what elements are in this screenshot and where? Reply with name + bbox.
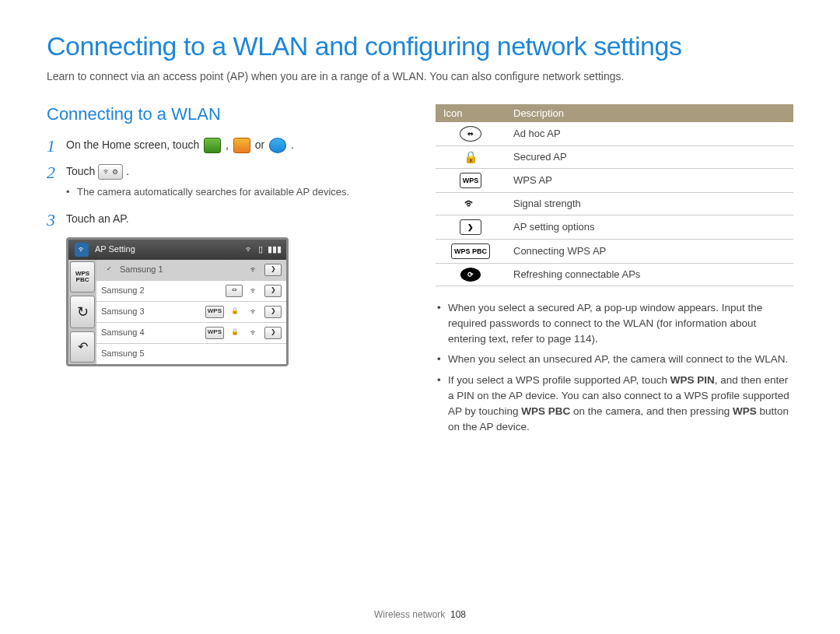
- table-row: ❯AP setting options: [436, 215, 793, 239]
- ap-row[interactable]: Samsung 3WPS🔒ᯤ❯: [96, 302, 286, 323]
- ap-setting-screenshot: ᯤ AP Setting ᯤ ▯ ▮▮▮ WPS PBC ↻ ↶: [66, 237, 289, 366]
- wifi-icon: ᯤ: [460, 197, 481, 211]
- notes-list: When you select a secured AP, a pop-up w…: [436, 300, 793, 436]
- note-3-wpspin: WPS PIN: [670, 374, 715, 386]
- check-icon: ✓: [101, 264, 117, 275]
- note-1: When you select a secured AP, a pop-up w…: [436, 300, 793, 348]
- step-1-text-a: On the Home screen, touch: [66, 138, 202, 151]
- ap-name: Samsung 1: [120, 263, 243, 277]
- arrow-icon[interactable]: ❯: [264, 285, 282, 297]
- home-icon-2: [233, 138, 250, 153]
- status-sd-icon: ▯: [258, 243, 263, 257]
- table-desc: Secured AP: [506, 145, 793, 168]
- wifi-icon: ᯤ: [246, 328, 261, 338]
- adhoc-icon: ⇔: [226, 285, 243, 297]
- arrow-icon[interactable]: ❯: [264, 264, 282, 276]
- table-desc: Signal strength: [506, 192, 793, 215]
- wps-icon: WPS: [205, 327, 224, 339]
- arrow-icon[interactable]: ❯: [264, 327, 282, 339]
- ap-setting-header: ᯤ AP Setting ᯤ ▯ ▮▮▮: [68, 240, 286, 260]
- status-battery-icon: ▮▮▮: [268, 243, 282, 257]
- table-row: WPS PBCConnecting WPS AP: [436, 239, 793, 263]
- ap-name: Samsung 2: [101, 284, 222, 298]
- step-2-sub: The camera automatically searches for av…: [66, 184, 404, 201]
- table-row: ⇔Ad hoc AP: [436, 122, 793, 146]
- icon-description-table: Icon Description ⇔Ad hoc AP🔒Secured APWP…: [436, 104, 793, 286]
- table-header-icon: Icon: [436, 104, 506, 122]
- lock-icon: 🔒: [227, 306, 243, 317]
- adhoc-icon: ⇔: [460, 126, 481, 142]
- wifi-icon: ᯤ: [246, 285, 261, 296]
- lock-icon: 🔒: [460, 150, 481, 164]
- home-icon-1: [204, 138, 221, 153]
- ap-name: Samsung 4: [101, 326, 202, 340]
- step-2-text-b: .: [126, 165, 129, 177]
- page-intro: Learn to connect via an access point (AP…: [47, 69, 793, 85]
- table-row: ⟳Refreshing connectable APs: [436, 263, 793, 285]
- ap-setting-title: AP Setting: [95, 243, 135, 257]
- step-2-text-a: Touch: [66, 165, 98, 177]
- settings-icon: ᯤ ⚙: [98, 164, 123, 180]
- ap-row[interactable]: Samsung 2⇔ᯤ❯: [96, 281, 286, 302]
- arrow-icon: ❯: [460, 219, 481, 235]
- lock-icon: 🔒: [227, 328, 243, 338]
- section-heading: Connecting to a WLAN: [47, 104, 404, 124]
- note-2: When you select an unsecured AP, the cam…: [436, 352, 793, 367]
- note-3: If you select a WPS profile supported AP…: [436, 373, 793, 436]
- table-desc: Connecting WPS AP: [506, 239, 793, 263]
- footer-page-number: 108: [450, 609, 466, 620]
- step-1-text-d: .: [291, 138, 294, 151]
- arrow-icon[interactable]: ❯: [264, 306, 282, 318]
- table-desc: WPS AP: [506, 168, 793, 192]
- home-icon-3: [269, 138, 286, 153]
- ap-row[interactable]: Samsung 5: [96, 344, 286, 364]
- step-1-text-b: ,: [226, 138, 232, 151]
- refresh-icon: ⟳: [460, 268, 481, 282]
- ap-list: ✓Samsung 1ᯤ❯Samsung 2⇔ᯤ❯Samsung 3WPS🔒ᯤ❯S…: [96, 260, 286, 364]
- icon-table-body: ⇔Ad hoc AP🔒Secured APWPSWPS APᯤSignal st…: [436, 122, 793, 286]
- gear-icon: ⚙: [112, 166, 118, 177]
- note-3e: on the camera, and then pressing: [570, 405, 733, 417]
- back-button[interactable]: ↶: [70, 331, 95, 363]
- ap-name: Samsung 3: [101, 305, 202, 319]
- page-title: Connecting to a WLAN and configuring net…: [47, 31, 793, 61]
- table-row: ᯤSignal strength: [436, 192, 793, 215]
- table-desc: Ad hoc AP: [506, 122, 793, 146]
- table-desc: AP setting options: [506, 215, 793, 239]
- wps-icon: WPS: [205, 306, 224, 318]
- ap-row[interactable]: Samsung 4WPS🔒ᯤ❯: [96, 323, 286, 344]
- wpspbc-icon: WPS PBC: [451, 243, 490, 259]
- footer-section: Wireless network: [374, 609, 445, 620]
- ap-row[interactable]: ✓Samsung 1ᯤ❯: [96, 260, 286, 281]
- step-3-text: Touch an AP.: [66, 212, 129, 225]
- note-3-wps: WPS: [733, 405, 757, 417]
- note-3-wpspbc: WPS PBC: [521, 405, 570, 417]
- table-row: 🔒Secured AP: [436, 145, 793, 168]
- status-wifi-icon: ᯤ: [245, 243, 254, 257]
- table-row: WPSWPS AP: [436, 168, 793, 192]
- table-header-desc: Description: [506, 104, 793, 122]
- ap-name: Samsung 5: [101, 347, 282, 361]
- wps-icon: WPS: [460, 173, 482, 188]
- table-desc: Refreshing connectable APs: [506, 263, 793, 285]
- note-3a: If you select a WPS profile supported AP…: [448, 374, 670, 386]
- wifi-icon: ᯤ: [246, 306, 261, 317]
- wps-pbc-button[interactable]: WPS PBC: [70, 261, 95, 292]
- step-1-text-c: or: [255, 138, 268, 151]
- steps-list: On the Home screen, touch , or . Touch ᯤ…: [47, 136, 404, 366]
- page-footer: Wireless network 108: [0, 609, 840, 620]
- wifi-header-icon: ᯤ: [75, 243, 89, 257]
- refresh-button[interactable]: ↻: [70, 296, 95, 328]
- wifi-icon: ᯤ: [246, 264, 261, 275]
- wifi-icon: ᯤ: [103, 165, 111, 179]
